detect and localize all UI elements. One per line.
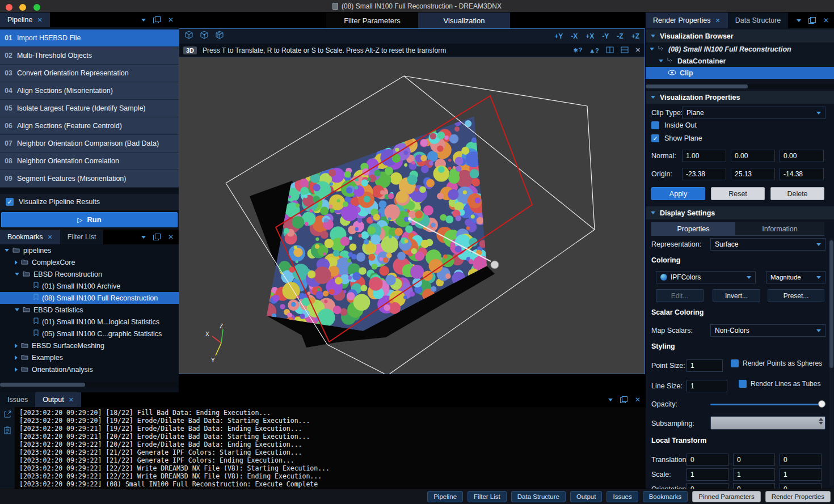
- reset-button[interactable]: Reset: [711, 187, 765, 200]
- zoom-window-button[interactable]: [33, 4, 40, 11]
- close-tab-icon[interactable]: ✕: [48, 234, 53, 241]
- scrollbar-thumb[interactable]: [829, 240, 833, 368]
- chevron-down-icon[interactable]: [797, 19, 801, 22]
- chevron-down-icon[interactable]: [141, 19, 146, 22]
- tab-display-information[interactable]: Information: [735, 222, 824, 236]
- spin-up-icon[interactable]: [819, 418, 823, 421]
- pipeline-item-09[interactable]: 09Segment Features (Misorientation): [0, 170, 179, 188]
- origin-y-input[interactable]: 25.13: [731, 168, 775, 180]
- console-log[interactable]: [2023:02:20 09:29:20] [18/22] Fill Bad D…: [15, 407, 646, 489]
- bookmarks-tree-item[interactable]: pipelines: [0, 244, 179, 256]
- coloring-component-dropdown[interactable]: Magnitude: [766, 271, 825, 283]
- close-tab-icon[interactable]: ✕: [37, 16, 42, 24]
- undock-panel-icon[interactable]: [808, 17, 816, 24]
- opacity-slider[interactable]: [710, 400, 825, 408]
- tab-pipeline[interactable]: Pipeline ✕: [0, 12, 50, 27]
- pipeline-item-05[interactable]: 05Isolate Largest Feature (Identify Samp…: [0, 100, 179, 117]
- normal-z-input[interactable]: 0.00: [780, 150, 824, 162]
- chevron-right-icon[interactable]: [15, 367, 18, 372]
- pipeline-item-04[interactable]: 04Align Sections (Misorientation): [0, 82, 179, 100]
- close-panel-icon[interactable]: ✕: [635, 396, 641, 403]
- copy-log-icon[interactable]: [4, 426, 11, 437]
- invert-colors-button[interactable]: Invert...: [713, 289, 760, 302]
- slider-thumb[interactable]: [818, 400, 825, 408]
- origin-z-input[interactable]: -14.38: [780, 168, 824, 180]
- orientation-x-input[interactable]: 0: [686, 483, 728, 489]
- scale-z-input[interactable]: 1: [780, 468, 822, 481]
- bookmarks-tree-item[interactable]: (05) Small IN100 C...graphic Statistics: [0, 328, 179, 340]
- apply-button[interactable]: Apply: [651, 187, 705, 200]
- chevron-right-icon[interactable]: [15, 344, 18, 348]
- axes-grid-cube-icon[interactable]: [215, 31, 224, 42]
- minimize-window-button[interactable]: [19, 4, 26, 11]
- preset-colors-button[interactable]: Preset...: [768, 289, 824, 302]
- viz-browser-node[interactable]: (08) Small IN100 Full Reconstruction: [646, 43, 834, 55]
- scale-y-input[interactable]: 1: [733, 468, 775, 481]
- orientation-z-input[interactable]: 0: [780, 483, 822, 489]
- horizontal-scrollbar[interactable]: [646, 84, 834, 89]
- camera-plusminus-y-button[interactable]: +Y: [554, 32, 563, 40]
- chevron-down-icon[interactable]: [15, 308, 19, 311]
- render-lines-checkbox[interactable]: [739, 380, 747, 388]
- scrollbar-thumb[interactable]: [646, 84, 748, 88]
- coloring-array-dropdown[interactable]: IPFColors: [656, 271, 756, 283]
- translation-x-input[interactable]: 0: [686, 454, 728, 466]
- chevron-down-icon[interactable]: [15, 273, 19, 276]
- chevron-down-icon[interactable]: [141, 236, 146, 239]
- edit-colors-button[interactable]: Edit...: [656, 289, 704, 302]
- undock-panel-icon[interactable]: [620, 396, 627, 403]
- undock-panel-icon[interactable]: [153, 234, 161, 240]
- status-toggle-issues[interactable]: Issues: [606, 491, 638, 502]
- pipeline-item-03[interactable]: 03Convert Orientation Representation: [0, 65, 179, 82]
- camera-plusminus-z-button[interactable]: +Z: [631, 32, 639, 40]
- show-plane-checkbox[interactable]: ✓: [651, 134, 659, 142]
- map-scalars-dropdown[interactable]: Non-Colors: [710, 324, 825, 337]
- line-size-input[interactable]: 1: [686, 380, 727, 392]
- close-window-button[interactable]: [6, 4, 12, 11]
- scrollbar-thumb[interactable]: [0, 383, 85, 387]
- translation-y-input[interactable]: 0: [733, 454, 775, 466]
- status-toggle-output[interactable]: Output: [570, 491, 603, 502]
- delete-button[interactable]: Delete: [770, 187, 824, 200]
- bookmarks-tree-item[interactable]: (01) Small IN100 M...logical Statistics: [0, 316, 179, 328]
- status-toggle-data-structure[interactable]: Data Structure: [511, 491, 566, 502]
- chevron-down-icon[interactable]: [650, 48, 654, 50]
- tab-output[interactable]: Output ✕: [35, 392, 81, 407]
- vertical-scrollbar[interactable]: [829, 238, 833, 486]
- normal-y-input[interactable]: 0.00: [731, 150, 775, 162]
- close-tab-icon[interactable]: ✕: [715, 17, 720, 24]
- close-tab-icon[interactable]: ✕: [69, 396, 74, 404]
- chevron-right-icon[interactable]: [15, 260, 18, 265]
- horizontal-scrollbar[interactable]: [0, 382, 179, 387]
- translation-z-input[interactable]: 0: [780, 454, 822, 466]
- tab-data-structure[interactable]: Data Structure: [728, 12, 789, 28]
- spin-down-icon[interactable]: [819, 422, 823, 425]
- normal-x-input[interactable]: 1.00: [682, 150, 726, 162]
- tab-visualization[interactable]: Visualization: [418, 12, 510, 28]
- pipeline-item-02[interactable]: 02Multi-Threshold Objects: [0, 47, 179, 65]
- chevron-down-icon[interactable]: [608, 399, 613, 401]
- run-pipeline-button[interactable]: ▷ Run: [1, 212, 178, 227]
- display-settings-header[interactable]: Display Settings: [646, 206, 834, 219]
- pipeline-item-06[interactable]: 06Align Sections (Feature Centroid): [0, 117, 179, 135]
- pipeline-item-07[interactable]: 07Neighbor Orientation Comparison (Bad D…: [0, 135, 179, 153]
- bookmarks-tree-item[interactable]: EBSD Reconstruction: [0, 268, 179, 280]
- chevron-right-icon[interactable]: [15, 355, 18, 360]
- close-panel-icon[interactable]: ✕: [168, 16, 174, 23]
- split-vertical-icon[interactable]: [606, 46, 614, 54]
- inside-out-checkbox[interactable]: [651, 121, 659, 129]
- bookmarks-tree-item[interactable]: Examples: [0, 351, 179, 363]
- close-panel-icon[interactable]: ✕: [823, 17, 829, 24]
- chevron-down-icon[interactable]: [5, 249, 9, 252]
- bookmarks-tree-item[interactable]: ComplexCore: [0, 256, 179, 268]
- status-toggle-pinned-parameters[interactable]: Pinned Parameters: [692, 491, 760, 502]
- render-points-checkbox[interactable]: [731, 359, 739, 367]
- tab-filter-list[interactable]: Filter List: [60, 230, 104, 244]
- undock-panel-icon[interactable]: [153, 16, 161, 23]
- camera-minus-x-button[interactable]: -X: [571, 32, 578, 40]
- chevron-down-icon[interactable]: [659, 60, 663, 62]
- bookmarks-tree-item[interactable]: (01) Small IN100 Archive: [0, 280, 179, 292]
- bookmarks-tree-item[interactable]: (08) Small IN100 Full Reconstruction: [0, 292, 179, 304]
- camera-minus-y-button[interactable]: -Y: [602, 32, 609, 40]
- viz-browser-node[interactable]: DataContainer: [646, 55, 834, 67]
